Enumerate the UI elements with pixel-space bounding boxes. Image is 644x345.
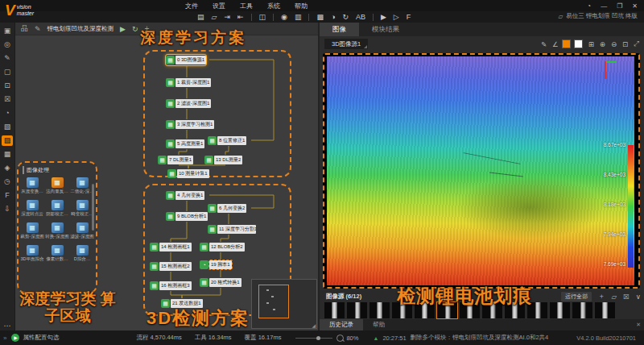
zoom-slider[interactable] [295, 338, 332, 339]
pie-tool-icon[interactable]: ◔ [2, 108, 13, 118]
formula-tool-icon[interactable]: F [2, 190, 13, 201]
menu-item-2[interactable]: 工具 [240, 2, 253, 10]
fit-icon[interactable]: ⊡ [622, 40, 628, 48]
minimize-button[interactable]: — [601, 2, 607, 10]
flow-node-b0[interactable]: ▦4 几何变换1 [166, 190, 204, 201]
camera-icon[interactable]: ◉ [281, 12, 287, 23]
film-icon[interactable]: ▩ [316, 12, 324, 23]
clear-history-icon[interactable]: ✕ [636, 322, 641, 328]
color-swatch-white[interactable] [574, 39, 583, 48]
flow-node-t0[interactable]: ▦0 3D图像源1 [166, 55, 206, 65]
zoom-slider-knob[interactable] [316, 336, 320, 340]
open-image-folder-icon[interactable]: ▱ [612, 293, 617, 301]
save-icon[interactable]: ▤ [197, 12, 204, 23]
target-tool-icon[interactable]: ◎ [2, 39, 13, 50]
image-thumbnail-10[interactable] [550, 302, 570, 318]
flow-node-t7[interactable]: ▦13 DL测量2 [204, 155, 242, 165]
tab-image[interactable]: 图像 [320, 23, 359, 36]
ab-compare-icon[interactable]: AB [356, 12, 365, 23]
menu-item-0[interactable]: 文件 [185, 2, 198, 10]
operator-item[interactable]: ▦阴影校正… [45, 200, 69, 217]
contrast-icon[interactable]: ◑ [331, 12, 335, 23]
image-thumbnail-2[interactable] [369, 302, 390, 318]
draw-icon[interactable]: ✎ [541, 40, 547, 48]
statusbar-collapse-icon[interactable]: » [3, 335, 6, 342]
flow-node-t5[interactable]: ▦8 位置修正1 [208, 135, 246, 146]
run-continuous-icon[interactable]: ▷ [394, 12, 399, 23]
flow-node-b3[interactable]: ▦11 深度学习分割1 [208, 224, 256, 235]
operator-item[interactable]: ▦深度转点云 [20, 200, 44, 217]
heatmap-viewer[interactable]: 8.67e+038.43e+038.18e+037.94e+037.69e+03 [323, 53, 640, 289]
flow-node-t1[interactable]: ▦1 裁剪-深度图1 [166, 77, 211, 88]
window-layout-icon[interactable]: ◫ [259, 12, 266, 23]
operator-item[interactable]: ▦转换-深度图 [45, 222, 69, 239]
flow-node-t6[interactable]: ▦7 DL测量1 [158, 155, 193, 165]
log-entry[interactable]: ▲ 20:27:51 删除多个模块：锂电划痕凹坑及深度检测AI.0和2共4 [373, 334, 548, 342]
close-button[interactable]: ✕ [632, 2, 638, 10]
import-icon[interactable]: ⇥ [224, 12, 230, 23]
fullscreen-icon[interactable]: ⤢ [634, 39, 639, 48]
flow-node-t8[interactable]: ▦10 测量计算1 [167, 168, 209, 179]
operator-item[interactable]: ▦D拟合… [70, 245, 94, 262]
refresh-icon[interactable]: ↻ [342, 12, 349, 23]
focus-tool-icon[interactable]: ⊡ [2, 81, 13, 91]
flow-run-icon[interactable]: ▶ [120, 25, 126, 33]
open-folder-icon[interactable]: ▱ [212, 12, 217, 23]
flow-node-b2[interactable]: ▦9 BLOB分析1 [166, 211, 208, 222]
flow-step-icon[interactable]: ↻ [132, 25, 138, 33]
color-swatch-orange[interactable] [562, 39, 571, 48]
collapse-filmstrip-icon[interactable]: ∨ [636, 293, 641, 301]
image-config-tool-icon[interactable]: ▨ [2, 135, 13, 146]
export-icon[interactable]: ⇤ [237, 12, 244, 23]
formula-icon[interactable]: F [407, 12, 411, 23]
tab-history[interactable]: 历史记录 [320, 319, 363, 330]
operator-item[interactable]: ▦滤波-深度图 [70, 222, 94, 239]
operator-item[interactable]: ▦畸变校正… [70, 200, 94, 217]
zoom-out-icon[interactable]: ⊖ [611, 40, 617, 48]
run-once-icon[interactable]: ▶ [381, 12, 386, 23]
image-thumbnail-1[interactable] [347, 302, 367, 318]
flow-node-t2[interactable]: ▦2 滤波-深度图1 [166, 98, 211, 109]
minimap-viewport[interactable] [258, 285, 289, 318]
flow-tab[interactable]: 锂电划痕凹坑及深度检测 [47, 25, 114, 33]
operator-item[interactable]: ▦二值化-深… [70, 177, 94, 194]
ratio-tool-icon[interactable]: ▧ [2, 122, 13, 132]
tab-help[interactable]: 帮助 [363, 319, 394, 330]
operator-item[interactable]: ▦法向量反… [45, 177, 69, 194]
minimap-resize-handle[interactable]: ◢ [312, 322, 316, 328]
flow-node-b8[interactable]: ◔19 脚本1 [200, 260, 232, 270]
download-tool-icon[interactable]: ⇩ [2, 204, 13, 214]
operator-item[interactable]: ▦像素计数… [45, 245, 69, 262]
flow-minimap[interactable]: ◢ [251, 279, 317, 329]
clock-tool-icon[interactable]: ◷ [2, 177, 13, 187]
operator-item[interactable]: ▦裁剪-深度图 [20, 222, 44, 239]
center-icon[interactable]: ⊞ [588, 40, 594, 48]
flow-node-b5[interactable]: ▦15 检测画框2 [150, 261, 192, 272]
flow-node-t4[interactable]: ▦5 高度测量1 [166, 139, 204, 149]
flow-node-b4[interactable]: ▦14 检测画框1 [150, 242, 192, 252]
menu-item-3[interactable]: 系统 [267, 2, 280, 10]
pin-icon[interactable]: ◔ [587, 2, 591, 10]
image-thumbnail-0[interactable] [324, 302, 345, 318]
add-image-icon[interactable]: ＋ [598, 292, 605, 301]
measure-icon[interactable]: ∠ [552, 40, 559, 48]
flow-node-b1[interactable]: ▦6 几何变换2 [208, 203, 246, 214]
image-thumbnail-11[interactable] [572, 302, 592, 318]
operator-item[interactable]: ▦灰度变换… [20, 177, 44, 194]
maximize-button[interactable]: ❐ [617, 2, 622, 10]
operator-item[interactable]: ▦3D平面拟合 [20, 245, 44, 262]
flow-node-b6[interactable]: ▦16 检测画框3 [150, 281, 192, 291]
menu-item-1[interactable]: 设置 [213, 2, 225, 10]
calibration-matrix-icon[interactable]: ▥ [295, 12, 302, 23]
delete-image-icon[interactable]: ☒ [623, 293, 630, 301]
fill-tool-icon[interactable]: ◈ [2, 163, 13, 173]
edit-tool-icon[interactable]: ✎ [2, 53, 13, 64]
flow-edit-icon[interactable]: ✎ [35, 25, 41, 33]
flow-node-t3[interactable]: ▦3 深度学习检测1 [166, 119, 214, 130]
flow-node-b9[interactable]: ▦20 格式转换1 [200, 277, 242, 288]
flow-node-b7[interactable]: ▦12 BLOB分析2 [200, 242, 245, 252]
layers-tool-icon[interactable]: ▢ [2, 67, 13, 77]
histogram-tool-icon[interactable]: ▦ [2, 149, 13, 160]
menu-item-4[interactable]: 帮助 [295, 2, 308, 10]
run-all-dropdown[interactable]: 运行全部 [561, 292, 592, 301]
